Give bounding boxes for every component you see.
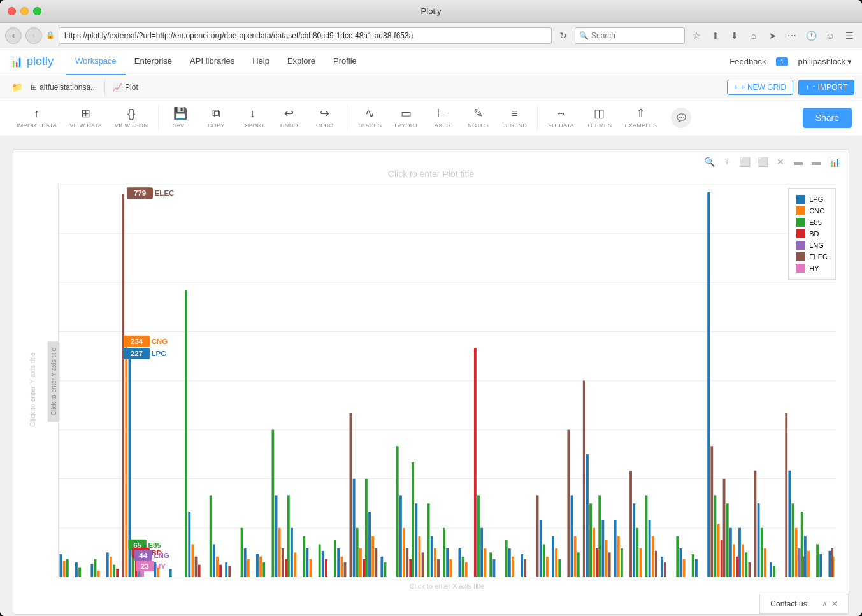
- nav-help[interactable]: Help: [243, 48, 278, 75]
- select-box-icon[interactable]: ⬜: [738, 155, 752, 169]
- menu-icon[interactable]: ☰: [842, 28, 857, 43]
- svg-rect-123: [555, 548, 557, 577]
- svg-rect-82: [365, 479, 368, 577]
- redo-tool[interactable]: ↪ REDO: [307, 103, 343, 133]
- notification-badge[interactable]: 1: [776, 57, 787, 66]
- undo-tool[interactable]: ↩ UNDO: [271, 103, 307, 133]
- svg-rect-171: [758, 503, 760, 577]
- svg-rect-154: [692, 554, 694, 577]
- svg-text:LNG: LNG: [154, 552, 169, 559]
- examples-tool[interactable]: ⇑ EXAMPLES: [618, 103, 663, 133]
- svg-rect-115: [512, 557, 514, 577]
- import-icon: ↑: [805, 83, 809, 92]
- svg-rect-49: [216, 557, 219, 577]
- svg-rect-94: [415, 503, 417, 577]
- close-icon[interactable]: ✕: [773, 155, 787, 169]
- notes-tool[interactable]: ✎ NOTES: [460, 103, 496, 133]
- svg-rect-172: [761, 528, 763, 577]
- traces-tool[interactable]: ∿ TRACES: [351, 103, 388, 133]
- svg-rect-150: [664, 562, 666, 577]
- svg-rect-140: [621, 548, 623, 577]
- y-axis-label[interactable]: Click to enter Y axis title: [26, 184, 39, 595]
- lasso-icon[interactable]: ▬: [809, 155, 823, 169]
- select-zoom-icon[interactable]: ⬜: [756, 155, 770, 169]
- fit-data-tool[interactable]: ↔ FIT DATA: [542, 103, 580, 133]
- url-input[interactable]: [59, 27, 552, 44]
- svg-rect-91: [406, 548, 408, 577]
- new-grid-button[interactable]: + + NEW GRID: [727, 80, 794, 95]
- view-json-tool[interactable]: {} VIEW JSON: [108, 103, 154, 133]
- save-tool[interactable]: 💾 SAVE: [162, 103, 198, 133]
- history-icon[interactable]: 🕐: [803, 28, 819, 43]
- svg-rect-89: [399, 495, 402, 577]
- refresh-icon[interactable]: ↻: [556, 28, 571, 43]
- import-data-tool[interactable]: ↑ IMPORT DATA: [10, 103, 63, 133]
- emoji-icon[interactable]: ☺: [822, 28, 838, 43]
- svg-rect-98: [431, 536, 433, 577]
- contact-arrows[interactable]: ∧ ✕: [822, 599, 838, 608]
- legend-elec: ELEC: [796, 251, 828, 262]
- close-button[interactable]: [8, 7, 16, 15]
- download-icon[interactable]: ⬇: [727, 28, 742, 43]
- send-icon[interactable]: ➤: [765, 28, 780, 43]
- user-menu[interactable]: philipashlock ▾: [798, 57, 852, 66]
- layout-icon: ▭: [401, 106, 412, 120]
- rect-select-icon[interactable]: ▬: [791, 155, 805, 169]
- extensions-icon[interactable]: ⋯: [784, 28, 800, 43]
- svg-rect-85: [375, 548, 377, 577]
- nav-explore[interactable]: Explore: [278, 48, 324, 75]
- nav-api[interactable]: API libraries: [181, 48, 243, 75]
- view-json-label: VIEW JSON: [115, 122, 148, 129]
- layout-tool[interactable]: ▭ LAYOUT: [388, 103, 424, 133]
- share-button[interactable]: Share: [803, 108, 852, 128]
- arrow-up-icon[interactable]: ∧: [822, 599, 828, 608]
- view-data-tool[interactable]: ⊞ VIEW DATA: [63, 103, 108, 133]
- file-name: altfuelstationsa...: [40, 83, 97, 92]
- maximize-button[interactable]: [33, 7, 41, 15]
- star-icon[interactable]: ☆: [689, 28, 704, 43]
- axes-tool[interactable]: ⊢ AXES: [424, 103, 460, 133]
- legend-icon: ≡: [512, 107, 519, 120]
- nav-workspace[interactable]: Workspace: [66, 48, 126, 75]
- close-contact-icon[interactable]: ✕: [831, 599, 838, 608]
- copy-tool[interactable]: ⧉ COPY: [198, 103, 234, 133]
- forward-button[interactable]: ›: [25, 27, 42, 44]
- bar-chart-icon[interactable]: 📊: [827, 155, 841, 169]
- svg-text:227: 227: [131, 350, 143, 357]
- themes-icon: ◫: [594, 106, 605, 120]
- back-button[interactable]: ‹: [5, 27, 22, 44]
- spreadsheet-file[interactable]: ⊞ altfuelstationsa...: [31, 83, 97, 92]
- legend-tool[interactable]: ≡ LEGEND: [496, 103, 533, 133]
- x-axis-title[interactable]: Click to enter X axis title: [58, 577, 836, 595]
- svg-rect-173: [764, 548, 766, 577]
- svg-rect-146: [649, 520, 651, 577]
- export-tool[interactable]: ↓ EXPORT: [234, 103, 271, 133]
- search-input[interactable]: [591, 31, 680, 40]
- themes-tool[interactable]: ◫ THEMES: [580, 103, 618, 133]
- chat-icon[interactable]: 💬: [671, 108, 691, 128]
- zoom-icon[interactable]: 🔍: [702, 155, 716, 169]
- svg-rect-132: [593, 528, 595, 577]
- pan-icon[interactable]: +: [720, 155, 734, 169]
- svg-rect-111: [489, 552, 492, 577]
- svg-rect-139: [617, 536, 620, 577]
- share-icon[interactable]: ⬆: [708, 28, 723, 43]
- legend-label: LEGEND: [502, 122, 527, 129]
- logo[interactable]: 📊 plotly: [10, 55, 54, 68]
- svg-rect-84: [371, 536, 374, 577]
- svg-rect-78: [353, 479, 356, 577]
- plot-file[interactable]: 📈 Plot: [113, 83, 138, 92]
- svg-rect-20: [60, 554, 62, 577]
- import-button[interactable]: ↑ ↑ IMPORT: [798, 80, 854, 95]
- nav-profile[interactable]: Profile: [324, 48, 366, 75]
- svg-rect-165: [736, 557, 738, 577]
- feedback-link[interactable]: Feedback: [729, 57, 766, 66]
- minimize-button[interactable]: [20, 7, 29, 15]
- sidebar-tab[interactable]: Click to enter Y axis title: [48, 341, 60, 422]
- home-icon[interactable]: ⌂: [746, 28, 761, 43]
- urlbar: ‹ › 🔒 ↻ 🔍 ☆ ⬆ ⬇ ⌂ ➤ ⋯ 🕐 ☺ ☰: [0, 23, 862, 48]
- export-icon: ↓: [250, 107, 255, 120]
- svg-rect-66: [294, 552, 296, 577]
- nav-enterprise[interactable]: Enterprise: [126, 48, 181, 75]
- folder-icon[interactable]: 📁: [8, 78, 25, 96]
